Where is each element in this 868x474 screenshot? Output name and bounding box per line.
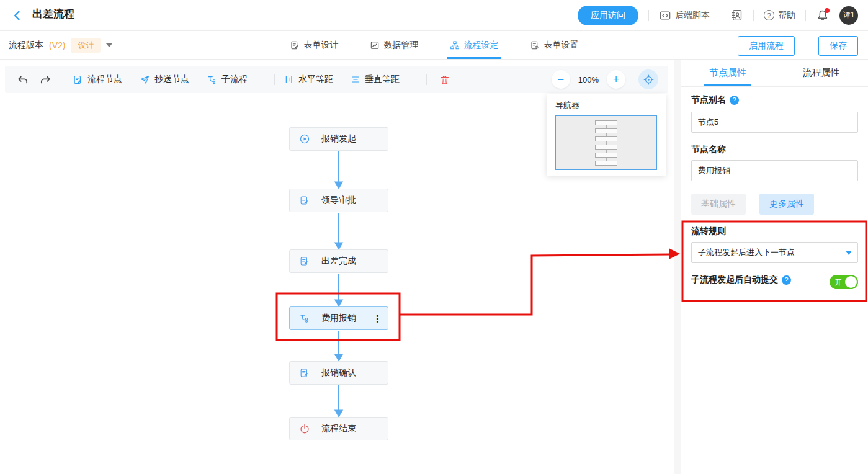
rule-label-row: 流转规则 <box>691 226 726 237</box>
tab-label: 流程设定 <box>464 40 499 51</box>
zoom-out-button[interactable]: − <box>552 70 570 89</box>
name-label-row: 节点名称 <box>691 144 726 155</box>
flow-node-end[interactable]: 流程结束 <box>289 417 388 440</box>
panel-tab-flow-props[interactable]: 流程属性 <box>775 60 868 86</box>
toggle-on-label: 开 <box>834 277 842 287</box>
tab-form-design[interactable]: 表单设计 <box>290 31 339 59</box>
add-cc-node-button[interactable]: 抄送节点 <box>140 74 189 85</box>
vertical-equal-spacing-button[interactable]: 垂直等距 <box>351 74 400 85</box>
top-header: 出差流程 应用访问 后端脚本 ? 帮助 <box>0 0 868 31</box>
alias-input[interactable] <box>691 112 858 133</box>
zoom-in-button[interactable]: + <box>607 70 625 89</box>
chevron-down-icon <box>846 251 852 255</box>
version-tabs-bar: 流程版本 (V2) 设计 表单设计 数据管理 <box>0 31 868 60</box>
flow-node-approval[interactable]: 领导审批 <box>289 189 388 212</box>
code-icon <box>659 9 671 22</box>
minimap-node <box>595 136 617 141</box>
canvas-scrollbar-track[interactable] <box>674 60 681 474</box>
auto-submit-label-row: 子流程发起后自动提交 ? <box>691 274 791 285</box>
tool-label: 流程节点 <box>87 74 122 85</box>
node-more-button[interactable]: ⋮ <box>373 314 382 323</box>
locate-button[interactable] <box>638 69 658 89</box>
help-button[interactable]: ? 帮助 <box>764 10 795 21</box>
minimap-node <box>595 120 617 125</box>
flow-node-expense-subflow[interactable]: 费用报销 ⋮ <box>289 306 388 330</box>
help-icon: ? <box>764 10 774 20</box>
form-design-icon <box>290 40 300 50</box>
address-book-button[interactable] <box>730 9 743 22</box>
vertical-spacing-icon <box>351 74 360 84</box>
minimap[interactable] <box>555 115 657 170</box>
tool-label: 垂直等距 <box>365 74 400 85</box>
name-input[interactable] <box>691 160 858 181</box>
basic-props-button[interactable]: 基础属性 <box>691 194 746 215</box>
add-subflow-button[interactable]: 子流程 <box>207 74 248 85</box>
toolbar-divider <box>63 74 63 85</box>
toolbar-divider <box>274 74 275 85</box>
help-label: 帮助 <box>778 10 795 21</box>
avatar[interactable]: 谭1 <box>839 6 858 25</box>
panel-tabs: 节点属性 流程属性 <box>681 60 868 87</box>
paper-plane-icon <box>140 74 150 85</box>
panel-tab-node-props[interactable]: 节点属性 <box>681 60 775 86</box>
subflow-icon <box>207 74 217 85</box>
minimap-node <box>595 153 617 158</box>
redo-button[interactable] <box>37 71 53 87</box>
horizontal-equal-spacing-button[interactable]: 水平等距 <box>284 74 333 85</box>
address-book-icon <box>730 9 743 22</box>
toggle-knob <box>845 276 857 288</box>
enable-flow-button[interactable]: 启用流程 <box>738 36 795 56</box>
header-divider <box>648 10 649 21</box>
name-label: 节点名称 <box>691 144 726 155</box>
approval-doc-icon <box>299 368 310 378</box>
approval-doc-icon <box>299 195 310 206</box>
power-icon <box>299 423 310 434</box>
design-status-chip[interactable]: 设计 <box>71 38 101 53</box>
minimap-node <box>595 128 617 133</box>
flow-node-trip-done[interactable]: 出差完成 <box>289 249 388 273</box>
subflow-icon <box>299 313 310 324</box>
notification-button[interactable] <box>816 9 830 22</box>
alias-label-row: 节点别名 ? <box>691 94 739 105</box>
data-management-icon <box>370 40 380 50</box>
crosshair-icon <box>643 74 655 86</box>
undo-icon <box>17 73 29 86</box>
save-button[interactable]: 保存 <box>818 36 858 56</box>
version-dropdown-caret[interactable] <box>106 43 112 47</box>
undo-button[interactable] <box>15 71 31 87</box>
flow-node-confirm[interactable]: 报销确认 <box>289 361 388 385</box>
flow-node-start[interactable]: 报销发起 <box>289 127 388 151</box>
rule-select[interactable]: 子流程发起后进入下一节点 <box>691 242 858 263</box>
node-label: 流程结束 <box>321 423 356 434</box>
rule-label: 流转规则 <box>691 226 726 237</box>
backend-script-button[interactable]: 后端脚本 <box>659 9 710 22</box>
trash-icon <box>439 74 450 86</box>
header-divider <box>720 10 720 21</box>
node-label: 领导审批 <box>321 195 356 206</box>
minimap-node <box>595 161 617 166</box>
delete-node-button[interactable] <box>436 71 452 87</box>
navigator-panel: 导航器 <box>547 94 666 176</box>
tab-data-management[interactable]: 数据管理 <box>370 31 419 59</box>
add-flow-node-button[interactable]: 流程节点 <box>73 74 122 85</box>
back-button[interactable] <box>10 8 25 23</box>
header-divider <box>805 10 806 21</box>
select-caret-zone[interactable] <box>839 243 857 262</box>
alias-help-icon[interactable]: ? <box>730 96 739 105</box>
auto-submit-toggle[interactable]: 开 <box>830 275 858 289</box>
tab-label: 表单设计 <box>304 40 339 51</box>
approval-doc-icon <box>299 256 310 267</box>
notification-badge <box>825 8 830 13</box>
backend-script-label: 后端脚本 <box>675 10 710 21</box>
app-access-button[interactable]: 应用访问 <box>578 6 638 25</box>
zoom-level: 100% <box>578 75 599 84</box>
tab-flow-setting[interactable]: 流程设定 <box>450 31 499 59</box>
tool-label: 水平等距 <box>298 74 333 85</box>
auto-submit-help-icon[interactable]: ? <box>782 275 791 285</box>
tab-form-settings[interactable]: 表单设置 <box>530 31 579 59</box>
more-props-button[interactable]: 更多属性 <box>759 194 814 215</box>
auto-submit-label: 子流程发起后自动提交 <box>691 274 778 285</box>
flow-canvas[interactable]: 流程节点 抄送节点 子流程 水平等距 <box>0 60 674 474</box>
header-divider <box>753 10 754 21</box>
minimap-node <box>595 145 617 150</box>
